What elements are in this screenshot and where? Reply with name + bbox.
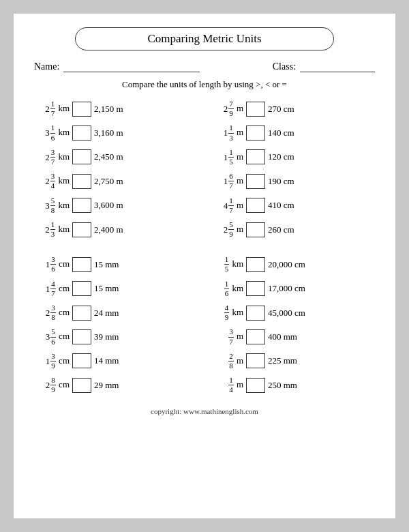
problem-pair: 238 cm 24 mm 49 km 45,000 cm (34, 304, 375, 327)
problem-row: 356 cm 39 mm (34, 327, 201, 346)
right-value: 2,150 m (94, 104, 135, 115)
class-field: Class: (273, 60, 375, 72)
problem-row: 147 cm 15 mm (34, 280, 201, 298)
left-value: 147 cm (34, 280, 70, 298)
right-value: 140 cm (268, 128, 309, 138)
left-value: 113 m (208, 123, 243, 142)
answer-box[interactable] (72, 378, 91, 393)
left-value: 238 cm (34, 304, 70, 322)
answer-box[interactable] (246, 174, 265, 189)
answer-box[interactable] (246, 329, 265, 344)
bottom-section: 136 cm 15 mm 15 km 20,000 cm 147 cm 15 m… (34, 255, 375, 400)
problem-row: 139 cm 14 mm (34, 352, 201, 370)
right-value: 3,600 m (94, 200, 135, 211)
problem-row: 136 cm 15 mm (34, 255, 201, 274)
problem-row: 279 m 270 cm (208, 100, 375, 118)
answer-box[interactable] (72, 306, 91, 321)
title: Comparing Metric Units (75, 27, 334, 50)
answer-box[interactable] (246, 222, 265, 237)
left-value: 237 km (34, 148, 70, 166)
top-section: 217 km 2,150 m 279 m 270 cm 316 km 3,160… (34, 100, 375, 244)
answer-box[interactable] (72, 149, 91, 164)
problem-row: 49 km 45,000 cm (208, 304, 375, 322)
left-value: 28 m (208, 352, 243, 370)
left-value: 136 cm (34, 255, 70, 274)
problem-row: 358 km 3,600 m (34, 196, 201, 215)
left-value: 167 m (208, 172, 243, 190)
class-underline[interactable] (300, 60, 375, 72)
instruction: Compare the units of length by using >, … (34, 79, 375, 90)
answer-box[interactable] (246, 257, 265, 272)
left-value: 356 cm (34, 327, 70, 346)
left-value: 279 m (208, 100, 243, 118)
answer-box[interactable] (72, 281, 91, 296)
problem-row: 16 km 17,000 cm (208, 280, 375, 298)
right-value: 3,160 m (94, 128, 135, 138)
right-value: 2,450 m (94, 151, 135, 162)
problem-row: 28 m 225 mm (208, 352, 375, 370)
right-value: 410 cm (268, 200, 309, 211)
name-label: Name: (34, 61, 59, 72)
left-value: 316 km (34, 123, 70, 142)
answer-box[interactable] (72, 329, 91, 344)
answer-box[interactable] (246, 149, 265, 164)
answer-box[interactable] (246, 198, 265, 213)
right-value: 400 mm (268, 331, 309, 342)
right-value: 15 mm (94, 259, 135, 270)
left-value: 213 km (34, 220, 70, 239)
left-value: 14 m (208, 376, 243, 394)
problem-pair: 289 cm 29 mm 14 m 250 mm (34, 376, 375, 400)
answer-box[interactable] (72, 222, 91, 237)
problem-pair: 139 cm 14 mm 28 m 225 mm (34, 352, 375, 376)
class-label: Class: (273, 61, 296, 72)
answer-box[interactable] (72, 353, 91, 368)
name-field: Name: (34, 60, 200, 72)
right-value: 14 mm (94, 355, 135, 366)
problem-pair: 237 km 2,450 m 115 m 120 cm (34, 148, 375, 172)
right-value: 45,000 cm (268, 308, 309, 319)
problem-row: 417 m 410 cm (208, 196, 375, 215)
problem-row: 238 cm 24 mm (34, 304, 201, 322)
left-value: 289 cm (34, 376, 70, 394)
problem-row: 37 m 400 mm (208, 327, 375, 346)
right-value: 15 mm (94, 283, 135, 294)
problem-row: 113 m 140 cm (208, 123, 375, 142)
answer-box[interactable] (246, 102, 265, 117)
right-value: 2,400 m (94, 224, 135, 235)
left-value: 234 km (34, 172, 70, 190)
answer-box[interactable] (72, 102, 91, 117)
name-underline[interactable] (63, 60, 200, 72)
problem-row: 15 km 20,000 cm (208, 255, 375, 274)
left-value: 139 cm (34, 352, 70, 370)
problem-row: 213 km 2,400 m (34, 220, 201, 239)
problem-pair: 136 cm 15 mm 15 km 20,000 cm (34, 255, 375, 279)
left-value: 115 m (208, 148, 243, 166)
answer-box[interactable] (72, 257, 91, 272)
right-value: 2,750 m (94, 176, 135, 187)
right-value: 225 mm (268, 355, 309, 366)
problem-pair: 217 km 2,150 m 279 m 270 cm (34, 100, 375, 123)
answer-box[interactable] (246, 306, 265, 321)
problem-row: 259 m 260 cm (208, 220, 375, 239)
left-value: 49 km (208, 304, 243, 322)
left-value: 417 m (208, 196, 243, 215)
problem-row: 217 km 2,150 m (34, 100, 201, 118)
answer-box[interactable] (246, 353, 265, 368)
problem-row: 14 m 250 mm (208, 376, 375, 394)
answer-box[interactable] (246, 378, 265, 393)
answer-box[interactable] (72, 198, 91, 213)
answer-box[interactable] (246, 281, 265, 296)
problem-pair: 213 km 2,400 m 259 m 260 cm (34, 220, 375, 244)
answer-box[interactable] (246, 125, 265, 141)
problem-pair: 358 km 3,600 m 417 m 410 cm (34, 196, 375, 220)
answer-box[interactable] (72, 174, 91, 189)
right-value: 29 mm (94, 380, 135, 391)
answer-box[interactable] (72, 125, 91, 141)
right-value: 120 cm (268, 151, 309, 162)
problem-pair: 234 km 2,750 m 167 m 190 cm (34, 172, 375, 196)
left-value: 259 m (208, 220, 243, 239)
right-value: 39 mm (94, 331, 135, 342)
left-value: 16 km (208, 280, 243, 298)
problem-row: 234 km 2,750 m (34, 172, 201, 190)
problem-row: 115 m 120 cm (208, 148, 375, 166)
